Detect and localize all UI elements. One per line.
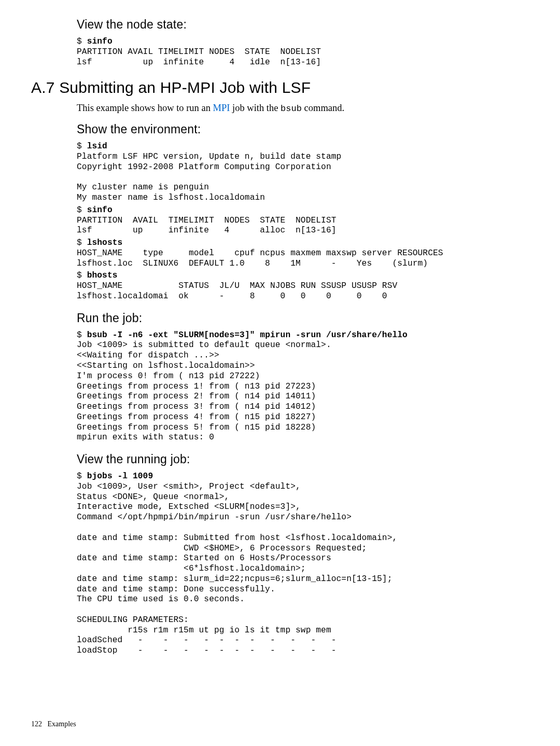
heading-view-node-state: View the node state:	[77, 18, 517, 32]
intro-paragraph: This example shows how to run an MPI job…	[77, 102, 517, 115]
heading-view-running-job: View the running job:	[77, 452, 517, 466]
code-sinfo-1: $ sinfo PARTITION AVAIL TIMELIMIT NODES …	[77, 37, 517, 67]
heading-run-job: Run the job:	[77, 311, 517, 325]
page-footer: 122 Examples	[31, 720, 76, 728]
intro-text-mid: job with the	[230, 103, 281, 113]
heading-show-environment: Show the environment:	[77, 122, 517, 136]
heading-a7: A.7 Submitting an HP-MPI Job with LSF	[31, 79, 517, 96]
code-lshosts: $ lshosts HOST_NAME type model cpuf ncpu…	[77, 238, 517, 269]
intro-text-pre: This example shows how to run an	[77, 103, 213, 113]
code-sinfo-2: $ sinfo PARTITION AVAIL TIMELIMIT NODES …	[77, 205, 517, 236]
footer-label: Examples	[48, 720, 76, 728]
bsub-inline-code: bsub	[281, 104, 302, 114]
code-bhosts: $ bhosts HOST_NAME STATUS JL/U MAX NJOBS…	[77, 271, 517, 301]
intro-text-post: command.	[302, 103, 344, 113]
mpi-link[interactable]: MPI	[213, 103, 230, 113]
page-number: 122	[31, 720, 42, 728]
code-bsub: $ bsub -I -n6 -ext "SLURM[nodes=3]" mpir…	[77, 330, 517, 443]
code-bjobs: $ bjobs -l 1009 Job <1009>, User <smith>…	[77, 472, 517, 656]
code-lsid: $ lsid Platform LSF HPC version, Update …	[77, 142, 517, 203]
